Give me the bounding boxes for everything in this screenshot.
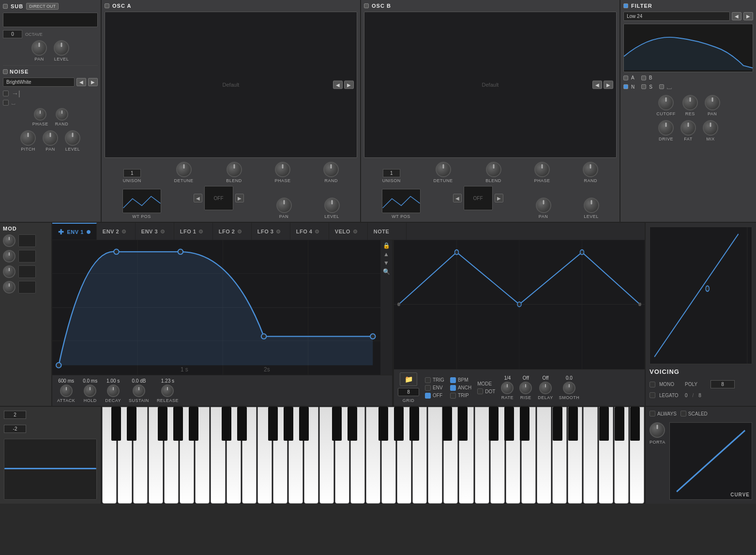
sub-pan-knob[interactable]	[31, 40, 47, 56]
osc-a-prev[interactable]: ◀	[333, 81, 343, 89]
key-e3[interactable]	[133, 407, 148, 504]
release-knob[interactable]	[161, 385, 174, 397]
osc-b-wt-prev[interactable]: ◀	[453, 194, 462, 202]
key-d5[interactable]	[335, 407, 349, 504]
octave-spinner[interactable]: 0	[3, 30, 22, 38]
key-g5[interactable]	[381, 407, 396, 504]
mod-knob-3[interactable]	[3, 265, 15, 278]
key-b6[interactable]	[521, 407, 536, 504]
tab-lfo3[interactable]: LFO 3	[252, 223, 290, 240]
filter-fat-knob[interactable]	[680, 120, 696, 136]
osc-b-next[interactable]: ▶	[604, 81, 613, 89]
filter-mix-knob[interactable]	[703, 120, 718, 136]
key-a6[interactable]	[506, 407, 520, 504]
filter-cutoff-knob[interactable]	[658, 95, 674, 110]
lfo-grid-display[interactable]: 8	[398, 388, 419, 396]
osc-a-blend-knob[interactable]	[227, 162, 242, 177]
sub-led[interactable]	[3, 4, 8, 9]
sub-check1[interactable]	[3, 91, 9, 96]
osc-b-detune-knob[interactable]	[436, 162, 451, 177]
direct-out-button[interactable]: DIRECT OUT	[26, 3, 59, 10]
env-up-btn[interactable]: ▲	[383, 251, 389, 258]
sustain-knob[interactable]	[133, 385, 145, 397]
key-f3[interactable]	[149, 407, 163, 504]
filter-drive-knob[interactable]	[658, 120, 674, 136]
piano-keyboard[interactable]	[102, 407, 645, 504]
osc-b-wt-next[interactable]: ▶	[495, 194, 503, 202]
key-f5[interactable]	[366, 407, 380, 504]
osc-a-wt-next[interactable]: ▶	[235, 194, 244, 202]
mod-slot-2[interactable]	[18, 250, 36, 262]
filter-route-s-led[interactable]	[641, 84, 646, 89]
key-g6[interactable]	[490, 407, 505, 504]
osc-a-phase-knob[interactable]	[275, 162, 290, 177]
keyboard-octave-up-spinner[interactable]: 2	[4, 411, 26, 419]
key-a4[interactable]	[288, 407, 303, 504]
env-down-btn[interactable]: ▼	[383, 260, 389, 266]
filter-prev-button[interactable]: ◀	[732, 12, 741, 20]
noise-next-button[interactable]: ▶	[88, 78, 98, 86]
key-a3[interactable]	[180, 407, 194, 504]
key-b7[interactable]	[630, 407, 644, 504]
tab-lfo1[interactable]: LFO 1	[174, 223, 213, 240]
key-e5[interactable]	[350, 407, 365, 504]
filter-route-eq-led[interactable]	[659, 84, 664, 89]
key-f6[interactable]	[475, 407, 489, 504]
osc-a-led[interactable]	[105, 3, 109, 8]
tab-env3[interactable]: ENV 3	[136, 223, 174, 240]
tab-env2[interactable]: ENV 2	[97, 223, 136, 240]
mod-slot-4[interactable]	[18, 281, 36, 293]
key-f7[interactable]	[583, 407, 598, 504]
tab-velo[interactable]: VELO	[329, 223, 368, 240]
attack-knob[interactable]	[60, 385, 73, 397]
lfo-rate-knob[interactable]	[501, 382, 514, 394]
tab-note[interactable]: NOTE	[368, 223, 407, 240]
key-a5[interactable]	[397, 407, 411, 504]
mod-slot-3[interactable]	[18, 265, 36, 278]
lfo-trig-toggle[interactable]	[425, 377, 431, 383]
lfo-bpm-toggle[interactable]	[450, 377, 456, 383]
noise-preset-display[interactable]: BrightWhite	[3, 77, 75, 87]
noise-prev-button[interactable]: ◀	[76, 78, 86, 86]
key-d7[interactable]	[552, 407, 567, 504]
filter-res-knob[interactable]	[682, 95, 698, 110]
osc-b-level-knob[interactable]	[584, 198, 599, 213]
sub-level-knob[interactable]	[54, 40, 69, 56]
keyboard-octave-down-spinner[interactable]: -2	[4, 425, 26, 433]
curve-display[interactable]: CURVE	[669, 422, 752, 500]
hold-knob[interactable]	[84, 385, 96, 397]
filter-pan-knob[interactable]	[705, 95, 720, 110]
key-g4[interactable]	[273, 407, 287, 504]
filter-next-button[interactable]: ▶	[743, 12, 753, 20]
sub-level2-knob[interactable]	[65, 130, 80, 146]
lfo-env-toggle[interactable]	[425, 385, 431, 391]
mod-knob-4[interactable]	[3, 281, 15, 293]
porta-knob[interactable]	[650, 422, 665, 438]
osc-b-unison-spinner[interactable]: 1	[383, 169, 400, 177]
scaled-toggle[interactable]	[680, 411, 686, 416]
key-e6[interactable]	[459, 407, 473, 504]
mod-knob-2[interactable]	[3, 250, 15, 262]
key-f4[interactable]	[257, 407, 272, 504]
osc-b-blend-knob[interactable]	[486, 162, 501, 177]
key-a7[interactable]	[614, 407, 629, 504]
env-lock-btn[interactable]: 🔒	[383, 242, 390, 249]
key-b3[interactable]	[195, 407, 210, 504]
tab-env1[interactable]: ✚ ENV 1	[52, 223, 97, 240]
key-c7[interactable]	[537, 407, 551, 504]
sub-rand-knob[interactable]	[56, 108, 68, 121]
mod-knob-1[interactable]	[3, 234, 15, 247]
key-c4[interactable]	[211, 407, 225, 504]
env-zoom-btn[interactable]: 🔍	[383, 268, 390, 275]
filter-route-n-led[interactable]	[623, 84, 628, 89]
osc-a-level-knob[interactable]	[324, 198, 340, 213]
osc-a-wt-prev[interactable]: ◀	[194, 194, 202, 202]
sub-phase-knob[interactable]	[34, 108, 46, 121]
osc-b-phase-knob[interactable]	[534, 162, 550, 177]
key-c6[interactable]	[428, 407, 442, 504]
lfo-rise-knob[interactable]	[519, 382, 532, 394]
filter-route-b-led[interactable]	[641, 76, 646, 80]
lfo-delay-knob[interactable]	[539, 382, 552, 394]
lfo-off-toggle[interactable]	[425, 393, 431, 399]
osc-a-unison-spinner[interactable]: 1	[123, 169, 141, 177]
